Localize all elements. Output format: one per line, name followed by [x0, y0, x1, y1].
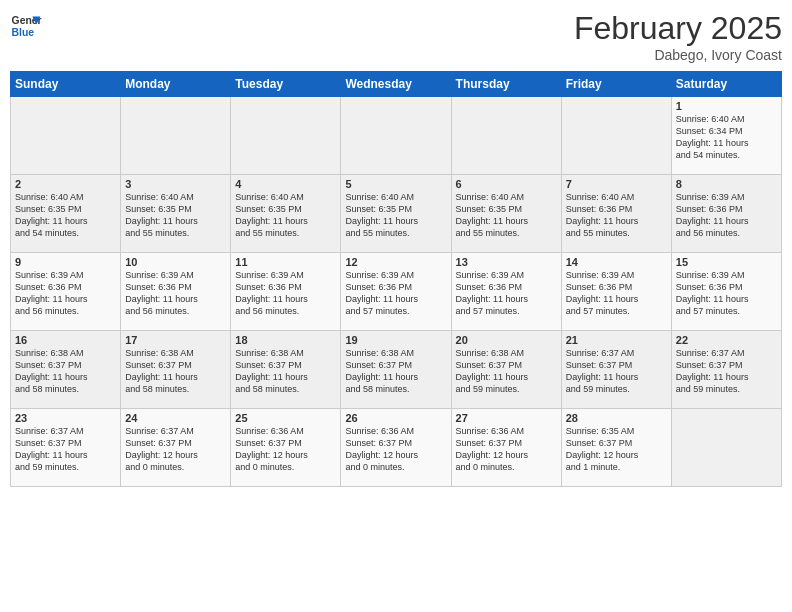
col-friday: Friday: [561, 72, 671, 97]
day-number: 7: [566, 178, 667, 190]
col-wednesday: Wednesday: [341, 72, 451, 97]
table-row: 12Sunrise: 6:39 AM Sunset: 6:36 PM Dayli…: [341, 253, 451, 331]
table-row: [11, 97, 121, 175]
day-info: Sunrise: 6:39 AM Sunset: 6:36 PM Dayligh…: [676, 269, 777, 318]
col-saturday: Saturday: [671, 72, 781, 97]
day-number: 2: [15, 178, 116, 190]
table-row: 3Sunrise: 6:40 AM Sunset: 6:35 PM Daylig…: [121, 175, 231, 253]
day-info: Sunrise: 6:38 AM Sunset: 6:37 PM Dayligh…: [15, 347, 116, 396]
table-row: 28Sunrise: 6:35 AM Sunset: 6:37 PM Dayli…: [561, 409, 671, 487]
day-number: 27: [456, 412, 557, 424]
location: Dabego, Ivory Coast: [574, 47, 782, 63]
day-info: Sunrise: 6:40 AM Sunset: 6:35 PM Dayligh…: [15, 191, 116, 240]
table-row: 17Sunrise: 6:38 AM Sunset: 6:37 PM Dayli…: [121, 331, 231, 409]
day-info: Sunrise: 6:40 AM Sunset: 6:36 PM Dayligh…: [566, 191, 667, 240]
day-number: 12: [345, 256, 446, 268]
col-sunday: Sunday: [11, 72, 121, 97]
logo-icon: General Blue: [10, 10, 42, 42]
table-row: 19Sunrise: 6:38 AM Sunset: 6:37 PM Dayli…: [341, 331, 451, 409]
day-info: Sunrise: 6:37 AM Sunset: 6:37 PM Dayligh…: [15, 425, 116, 474]
day-info: Sunrise: 6:37 AM Sunset: 6:37 PM Dayligh…: [125, 425, 226, 474]
day-number: 23: [15, 412, 116, 424]
table-row: 21Sunrise: 6:37 AM Sunset: 6:37 PM Dayli…: [561, 331, 671, 409]
day-number: 22: [676, 334, 777, 346]
day-number: 19: [345, 334, 446, 346]
table-row: 9Sunrise: 6:39 AM Sunset: 6:36 PM Daylig…: [11, 253, 121, 331]
day-number: 25: [235, 412, 336, 424]
day-info: Sunrise: 6:39 AM Sunset: 6:36 PM Dayligh…: [345, 269, 446, 318]
table-row: [671, 409, 781, 487]
table-row: 4Sunrise: 6:40 AM Sunset: 6:35 PM Daylig…: [231, 175, 341, 253]
table-row: 2Sunrise: 6:40 AM Sunset: 6:35 PM Daylig…: [11, 175, 121, 253]
table-row: 25Sunrise: 6:36 AM Sunset: 6:37 PM Dayli…: [231, 409, 341, 487]
day-info: Sunrise: 6:37 AM Sunset: 6:37 PM Dayligh…: [676, 347, 777, 396]
day-number: 20: [456, 334, 557, 346]
table-row: [341, 97, 451, 175]
day-info: Sunrise: 6:40 AM Sunset: 6:35 PM Dayligh…: [125, 191, 226, 240]
day-info: Sunrise: 6:38 AM Sunset: 6:37 PM Dayligh…: [456, 347, 557, 396]
day-info: Sunrise: 6:39 AM Sunset: 6:36 PM Dayligh…: [15, 269, 116, 318]
table-row: 6Sunrise: 6:40 AM Sunset: 6:35 PM Daylig…: [451, 175, 561, 253]
day-number: 5: [345, 178, 446, 190]
day-info: Sunrise: 6:36 AM Sunset: 6:37 PM Dayligh…: [345, 425, 446, 474]
day-number: 16: [15, 334, 116, 346]
calendar-week-1: 2Sunrise: 6:40 AM Sunset: 6:35 PM Daylig…: [11, 175, 782, 253]
day-number: 11: [235, 256, 336, 268]
table-row: 13Sunrise: 6:39 AM Sunset: 6:36 PM Dayli…: [451, 253, 561, 331]
calendar-week-4: 23Sunrise: 6:37 AM Sunset: 6:37 PM Dayli…: [11, 409, 782, 487]
table-row: 18Sunrise: 6:38 AM Sunset: 6:37 PM Dayli…: [231, 331, 341, 409]
day-number: 18: [235, 334, 336, 346]
day-info: Sunrise: 6:36 AM Sunset: 6:37 PM Dayligh…: [456, 425, 557, 474]
table-row: 22Sunrise: 6:37 AM Sunset: 6:37 PM Dayli…: [671, 331, 781, 409]
logo: General Blue: [10, 10, 46, 42]
table-row: 20Sunrise: 6:38 AM Sunset: 6:37 PM Dayli…: [451, 331, 561, 409]
day-number: 10: [125, 256, 226, 268]
day-info: Sunrise: 6:39 AM Sunset: 6:36 PM Dayligh…: [125, 269, 226, 318]
table-row: [561, 97, 671, 175]
day-info: Sunrise: 6:39 AM Sunset: 6:36 PM Dayligh…: [456, 269, 557, 318]
day-number: 1: [676, 100, 777, 112]
day-number: 26: [345, 412, 446, 424]
day-number: 4: [235, 178, 336, 190]
table-row: 11Sunrise: 6:39 AM Sunset: 6:36 PM Dayli…: [231, 253, 341, 331]
table-row: 10Sunrise: 6:39 AM Sunset: 6:36 PM Dayli…: [121, 253, 231, 331]
table-row: 7Sunrise: 6:40 AM Sunset: 6:36 PM Daylig…: [561, 175, 671, 253]
table-row: [451, 97, 561, 175]
page: General Blue February 2025 Dabego, Ivory…: [0, 0, 792, 612]
day-info: Sunrise: 6:37 AM Sunset: 6:37 PM Dayligh…: [566, 347, 667, 396]
svg-text:Blue: Blue: [12, 27, 35, 38]
table-row: 16Sunrise: 6:38 AM Sunset: 6:37 PM Dayli…: [11, 331, 121, 409]
table-row: 5Sunrise: 6:40 AM Sunset: 6:35 PM Daylig…: [341, 175, 451, 253]
day-number: 15: [676, 256, 777, 268]
table-row: 14Sunrise: 6:39 AM Sunset: 6:36 PM Dayli…: [561, 253, 671, 331]
day-number: 13: [456, 256, 557, 268]
month-title: February 2025: [574, 10, 782, 47]
day-info: Sunrise: 6:40 AM Sunset: 6:34 PM Dayligh…: [676, 113, 777, 162]
table-row: [231, 97, 341, 175]
day-number: 21: [566, 334, 667, 346]
table-row: [121, 97, 231, 175]
day-info: Sunrise: 6:38 AM Sunset: 6:37 PM Dayligh…: [345, 347, 446, 396]
table-row: 24Sunrise: 6:37 AM Sunset: 6:37 PM Dayli…: [121, 409, 231, 487]
day-info: Sunrise: 6:36 AM Sunset: 6:37 PM Dayligh…: [235, 425, 336, 474]
day-info: Sunrise: 6:38 AM Sunset: 6:37 PM Dayligh…: [235, 347, 336, 396]
day-info: Sunrise: 6:40 AM Sunset: 6:35 PM Dayligh…: [345, 191, 446, 240]
calendar-week-3: 16Sunrise: 6:38 AM Sunset: 6:37 PM Dayli…: [11, 331, 782, 409]
table-row: 27Sunrise: 6:36 AM Sunset: 6:37 PM Dayli…: [451, 409, 561, 487]
table-row: 23Sunrise: 6:37 AM Sunset: 6:37 PM Dayli…: [11, 409, 121, 487]
table-row: 8Sunrise: 6:39 AM Sunset: 6:36 PM Daylig…: [671, 175, 781, 253]
day-number: 24: [125, 412, 226, 424]
title-area: February 2025 Dabego, Ivory Coast: [574, 10, 782, 63]
table-row: 15Sunrise: 6:39 AM Sunset: 6:36 PM Dayli…: [671, 253, 781, 331]
header: General Blue February 2025 Dabego, Ivory…: [10, 10, 782, 63]
day-info: Sunrise: 6:39 AM Sunset: 6:36 PM Dayligh…: [676, 191, 777, 240]
calendar-table: Sunday Monday Tuesday Wednesday Thursday…: [10, 71, 782, 487]
col-tuesday: Tuesday: [231, 72, 341, 97]
day-info: Sunrise: 6:40 AM Sunset: 6:35 PM Dayligh…: [456, 191, 557, 240]
day-number: 17: [125, 334, 226, 346]
table-row: 1Sunrise: 6:40 AM Sunset: 6:34 PM Daylig…: [671, 97, 781, 175]
calendar-body: 1Sunrise: 6:40 AM Sunset: 6:34 PM Daylig…: [11, 97, 782, 487]
col-thursday: Thursday: [451, 72, 561, 97]
day-info: Sunrise: 6:39 AM Sunset: 6:36 PM Dayligh…: [566, 269, 667, 318]
day-info: Sunrise: 6:39 AM Sunset: 6:36 PM Dayligh…: [235, 269, 336, 318]
